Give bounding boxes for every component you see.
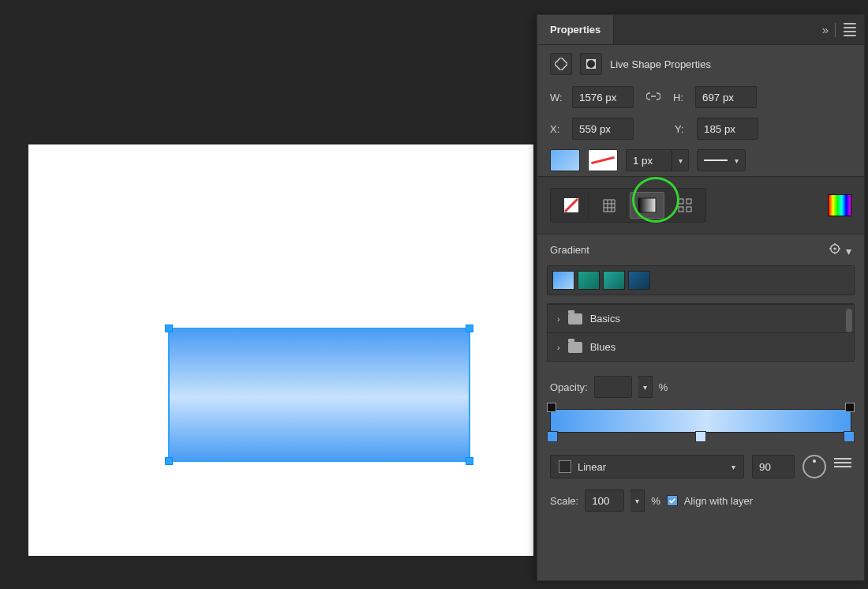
- gradient-section-title: Gradient: [550, 244, 589, 256]
- svg-point-19: [834, 247, 836, 249]
- y-input[interactable]: [697, 118, 758, 140]
- svg-rect-16: [679, 207, 683, 212]
- scale-dropdown[interactable]: ▾: [630, 490, 645, 512]
- opacity-stop-right[interactable]: [845, 403, 855, 412]
- height-input[interactable]: [695, 86, 757, 108]
- folder-label: Blues: [590, 341, 616, 353]
- svg-rect-13: [638, 198, 656, 212]
- properties-tab[interactable]: Properties: [537, 15, 614, 44]
- scale-label: Scale:: [550, 495, 578, 507]
- stroke-weight-input[interactable]: [626, 149, 672, 171]
- folder-icon: [568, 342, 582, 353]
- svg-point-2: [587, 60, 595, 68]
- gradient-preset-1[interactable]: [552, 271, 574, 290]
- selected-rectangle[interactable]: [168, 328, 470, 462]
- gradient-preset-4[interactable]: [628, 271, 650, 290]
- opacity-input[interactable]: [594, 376, 632, 398]
- folder-icon: [568, 313, 582, 325]
- collapse-panel-icon[interactable]: »: [822, 23, 827, 36]
- gradient-type-select[interactable]: Linear ▾: [550, 455, 744, 478]
- color-stop-right[interactable]: [844, 431, 855, 442]
- width-input[interactable]: [572, 86, 634, 108]
- gradient-type-label: Linear: [578, 461, 606, 473]
- properties-panel: Properties » Live Shape Properties W: H: [537, 14, 865, 581]
- opacity-stop-left[interactable]: [547, 403, 556, 412]
- gradient-preset-3[interactable]: [603, 271, 625, 290]
- opacity-dropdown[interactable]: ▾: [638, 376, 653, 398]
- folder-basics[interactable]: › Basics: [548, 304, 854, 332]
- subsection-title: Live Shape Properties: [610, 58, 711, 70]
- folder-blues[interactable]: › Blues: [548, 332, 854, 361]
- svg-rect-15: [687, 199, 691, 204]
- width-label: W:: [550, 92, 564, 103]
- x-label: X:: [550, 123, 564, 135]
- gradient-type-swatch-icon: [559, 460, 571, 473]
- color-spectrum-button[interactable]: [828, 194, 851, 216]
- stroke-swatch[interactable]: [588, 149, 618, 171]
- opacity-unit: %: [659, 381, 668, 393]
- height-label: H:: [673, 92, 687, 103]
- gradient-angle-dial[interactable]: [803, 455, 826, 478]
- gradient-folder-list: › Basics › Blues: [547, 303, 855, 362]
- shape-type-icon: [550, 53, 572, 75]
- gradient-preset-2[interactable]: [578, 271, 600, 290]
- scale-input[interactable]: [585, 490, 624, 512]
- stroke-style-dropdown[interactable]: ▾: [697, 149, 746, 171]
- fill-pattern-button[interactable]: [668, 192, 702, 219]
- fill-swatch[interactable]: [550, 149, 580, 171]
- scale-unit: %: [651, 495, 660, 507]
- align-with-layer-label: Align with layer: [684, 495, 753, 507]
- scrollbar-thumb[interactable]: [846, 309, 852, 332]
- gradient-reverse-button[interactable]: [834, 458, 851, 475]
- resize-handle-br[interactable]: [466, 457, 473, 465]
- resize-handle-tr[interactable]: [466, 325, 473, 332]
- gradient-section-menu-icon[interactable]: ▾: [829, 242, 851, 257]
- svg-rect-14: [679, 199, 683, 204]
- gradient-bar[interactable]: [550, 409, 851, 433]
- align-with-layer-checkbox[interactable]: [667, 495, 678, 506]
- canvas-artboard[interactable]: [28, 144, 533, 556]
- fill-solid-button[interactable]: [592, 192, 627, 219]
- stroke-style-line-icon: [704, 159, 728, 161]
- svg-rect-0: [555, 58, 567, 70]
- chevron-right-icon: ›: [557, 343, 560, 352]
- gradient-preset-strip: [547, 265, 855, 295]
- gradient-angle-input[interactable]: [752, 455, 795, 478]
- mask-icon: [580, 53, 602, 75]
- color-stop-left[interactable]: [547, 431, 558, 442]
- color-stop-middle[interactable]: [695, 431, 706, 442]
- svg-rect-17: [687, 207, 691, 212]
- resize-handle-bl[interactable]: [165, 457, 173, 465]
- divider: [835, 23, 836, 37]
- y-label: Y:: [675, 123, 689, 135]
- link-wh-icon[interactable]: [642, 92, 665, 103]
- fill-gradient-button[interactable]: [630, 192, 664, 219]
- panel-menu-icon[interactable]: [844, 23, 856, 36]
- resize-handle-tl[interactable]: [165, 325, 173, 332]
- chevron-right-icon: ›: [557, 314, 560, 324]
- gradient-editor[interactable]: [550, 409, 851, 433]
- fill-none-button[interactable]: [554, 192, 589, 219]
- x-input[interactable]: [572, 118, 634, 140]
- folder-label: Basics: [590, 313, 620, 325]
- opacity-label: Opacity:: [550, 381, 588, 393]
- stroke-weight-dropdown[interactable]: ▾: [672, 149, 689, 171]
